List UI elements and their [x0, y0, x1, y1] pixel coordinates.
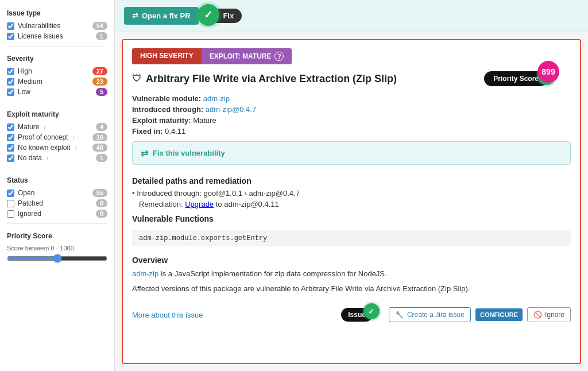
question-icon[interactable]: ?: [274, 52, 284, 61]
no-data-count: 1: [96, 154, 107, 162]
mature-label: Mature: [18, 123, 39, 131]
overview-affected: Affected versions of this package are vu…: [123, 283, 580, 295]
patched-label: Patched: [18, 199, 43, 207]
introduced-through-link[interactable]: adm-zip@0.4.7: [206, 105, 256, 114]
vulnerable-function-code: adm-zip.module.exports.getEntry: [132, 230, 571, 246]
filter-low[interactable]: Low 5: [7, 88, 107, 96]
ignored-count: 0: [96, 210, 107, 218]
medium-checkbox[interactable]: [7, 78, 14, 86]
introduced-through-label: Introduced through:: [132, 105, 203, 114]
no-data-label: No data: [18, 154, 42, 162]
ignore-button[interactable]: 🚫 Ignore: [527, 307, 571, 322]
open-fix-pr-label: Open a fix PR: [142, 11, 191, 20]
fix-vulnerability-box[interactable]: ⇄ Fix this vulnerability: [132, 141, 571, 165]
fixed-in-value: 0.4.11: [165, 127, 185, 136]
remediation-upgrade-link[interactable]: Upgrade: [185, 200, 214, 208]
proof-checkbox[interactable]: [7, 134, 14, 141]
vuln-title-row: 🛡 Arbitrary File Write via Archive Extra…: [132, 71, 571, 86]
filter-no-data[interactable]: No data › 1: [7, 154, 107, 162]
mature-checkbox[interactable]: [7, 123, 14, 131]
path-item: Introduced through: goof@1.0.1 › adm-zip…: [132, 189, 571, 198]
severity-title: Severity: [7, 55, 107, 63]
sidebar: Issue type Vulnerabilities 54 License is…: [0, 0, 115, 371]
license-issues-checkbox[interactable]: [7, 33, 14, 40]
filter-no-known[interactable]: No known exploit › 40: [7, 144, 107, 152]
introduced-through-row: Introduced through: adm-zip@0.4.7: [132, 105, 571, 114]
exploit-maturity-title: Exploit maturity: [7, 110, 107, 118]
fixed-in-row: Fixed in: 0.4.11: [132, 127, 571, 136]
vuln-title-text: Arbitrary File Write via Archive Extract…: [146, 73, 397, 85]
no-data-checkbox[interactable]: [7, 154, 14, 162]
filter-patched[interactable]: Patched 0: [7, 199, 107, 207]
mature-chevron-icon: ›: [44, 124, 45, 130]
fix-check-icon: ✓: [198, 4, 219, 26]
ignored-checkbox[interactable]: [7, 210, 14, 218]
high-severity-badge: HIGH SEVERITY: [132, 48, 202, 64]
overview-link[interactable]: adm-zip: [132, 269, 158, 278]
shield-icon: 🛡: [132, 74, 141, 84]
vulnerable-module-link[interactable]: adm-zip: [203, 94, 230, 103]
low-checkbox[interactable]: [7, 88, 14, 96]
exploit-mature-badge: EXPLOIT: MATURE ?: [202, 48, 292, 64]
meta-table: Vulnerable module: adm-zip Introduced th…: [123, 94, 580, 136]
proof-label: Proof of concept: [18, 133, 68, 141]
fix-badge: ✓ Fix: [206, 9, 242, 23]
exploit-maturity-value: Mature: [193, 116, 216, 125]
footer-actions: Issue ✓ 🔧 Create a Jira issue CONFIGURE …: [341, 307, 571, 322]
create-jira-button[interactable]: 🔧 Create a Jira issue: [389, 307, 471, 322]
filter-proof[interactable]: Proof of concept › 10: [7, 133, 107, 141]
priority-score-number: 899: [537, 61, 559, 83]
priority-score-slider[interactable]: [7, 254, 107, 263]
issue-type-title: Issue type: [7, 9, 107, 17]
path-value: goof@1.0.1 › adm-zip@0.4.7: [204, 189, 300, 198]
exploit-maturity-label: Exploit maturity:: [132, 116, 191, 125]
overview-text: adm-zip is a JavaScript implementation f…: [123, 268, 580, 280]
fixed-in-label: Fixed in:: [132, 127, 163, 136]
vulnerable-module-row: Vulnerable module: adm-zip: [132, 94, 571, 103]
open-label: Open: [18, 189, 34, 197]
fix-label: Fix: [223, 11, 234, 20]
open-fix-pr-button[interactable]: ⇄ Open a fix PR: [124, 7, 199, 25]
fix-vuln-label: Fix this vulnerability: [153, 149, 225, 157]
main-content: ⇄ Open a fix PR ✓ Fix HIGH SEVERITY EXPL…: [115, 0, 588, 371]
more-about-link[interactable]: More about this issue: [132, 311, 203, 319]
detailed-paths-title: Detailed paths and remediation: [123, 171, 580, 189]
filter-open[interactable]: Open 55: [7, 189, 107, 197]
severity-badges: HIGH SEVERITY EXPLOIT: MATURE ?: [132, 48, 571, 64]
ignore-label: Ignore: [545, 311, 564, 319]
fix-vuln-icon: ⇄: [141, 148, 148, 159]
card-header: HIGH SEVERITY EXPLOIT: MATURE ? 🛡 Arbitr…: [123, 40, 580, 86]
medium-count: 23: [92, 78, 107, 86]
no-known-chevron-icon: ›: [75, 145, 76, 151]
proof-count: 10: [92, 133, 107, 141]
filter-mature[interactable]: Mature › 4: [7, 123, 107, 131]
filter-vulnerabilities[interactable]: Vulnerabilities 54: [7, 22, 107, 30]
jira-icon: 🔧: [395, 311, 404, 319]
patched-count: 0: [96, 199, 107, 207]
priority-score-slider-container: Score between 0 - 1000: [7, 245, 107, 265]
no-known-checkbox[interactable]: [7, 144, 14, 152]
issue-badge-container: Issue ✓: [341, 308, 373, 322]
no-known-count: 40: [92, 144, 107, 152]
detailed-paths-content: Introduced through: goof@1.0.1 › adm-zip…: [123, 189, 580, 208]
low-label: Low: [18, 88, 30, 96]
no-known-label: No known exploit: [18, 144, 70, 152]
issue-badge: Issue ✓: [341, 308, 373, 322]
issue-check-icon: ✓: [363, 303, 380, 319]
overview-title: Overview: [123, 250, 580, 268]
license-issues-count: 1: [96, 32, 107, 40]
vulnerabilities-label: Vulnerabilities: [18, 22, 60, 30]
filter-license-issues[interactable]: License issues 1: [7, 32, 107, 40]
vulnerabilities-checkbox[interactable]: [7, 22, 14, 30]
filter-ignored[interactable]: Ignored 0: [7, 210, 107, 218]
status-title: Status: [7, 176, 107, 184]
filter-medium[interactable]: Medium 23: [7, 78, 107, 86]
remediation-to: to adm-zip@0.4.11: [216, 200, 279, 208]
open-checkbox[interactable]: [7, 190, 14, 197]
configure-button[interactable]: CONFIGURE: [475, 308, 523, 321]
high-checkbox[interactable]: [7, 68, 14, 75]
high-count: 27: [92, 67, 107, 75]
low-count: 5: [96, 88, 107, 96]
patched-checkbox[interactable]: [7, 200, 14, 207]
filter-high[interactable]: High 27: [7, 67, 107, 75]
